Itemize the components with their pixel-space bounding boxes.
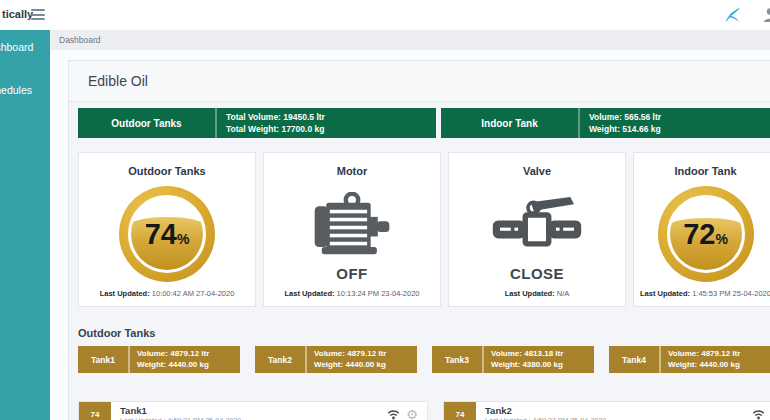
motor-status: OFF — [336, 265, 368, 282]
tank-bars-row: Tank1 Volume: 4879.12 ltr Weight: 4440.0… — [78, 346, 770, 373]
tank-volume: Volume: 4879.12 ltr — [314, 349, 417, 360]
gauge-percent: 72 — [683, 218, 715, 251]
last-updated: Last Updated: 10:13:24 PM 23-04-2020 — [264, 289, 440, 298]
device-last-updated: Last Updated : 4:59:27 PM 25-04-2020 — [485, 416, 752, 420]
tank-bar-tank3: Tank3 Volume: 4813.18 ltr Weight: 4380.0… — [432, 346, 594, 373]
summary-indoor-tank: Indoor Tank Volume: 565.56 ltr Weight: 5… — [441, 108, 770, 138]
sidebar-item-schedules[interactable]: Schedules — [0, 83, 50, 97]
last-updated: Last Updated: 1:45:53 PM 25-04-2020 — [634, 289, 770, 298]
summary-label: Indoor Tank — [441, 108, 580, 138]
tank-bar-tank2: Tank2 Volume: 4879.12 ltr Weight: 4440.0… — [255, 346, 417, 373]
tank-weight: Weight: 4440.00 kg — [668, 360, 770, 371]
device-name: Tank1 — [120, 405, 387, 416]
edible-oil-panel: Edible Oil Outdoor Tanks Total Volume: 1… — [68, 60, 770, 420]
device-last-updated: Last Updated : 4:59:31 PM 25-04-2020 — [120, 416, 387, 420]
tank-weight: Weight: 4440.00 kg — [314, 360, 417, 371]
gauge-percent-sign: % — [177, 231, 189, 247]
card-motor: Motor — [263, 152, 441, 307]
device-rows: 74 Tank1 Last Updated : 4:59:31 PM 25-04… — [78, 401, 770, 420]
app-logo-text: tically — [2, 8, 33, 20]
tank-name: Tank1 — [78, 346, 130, 373]
tank-weight: Weight: 4440.00 kg — [137, 360, 240, 371]
tank-name: Tank2 — [255, 346, 307, 373]
gauge-percent: 74 — [145, 218, 177, 251]
tank-bar-tank4: Tank4 Volume: 4879.12 ltr Weight: 4440.0… — [609, 346, 770, 373]
sidebar-item-dashboard[interactable]: Dashboard — [0, 40, 50, 54]
card-indoor-tank: Indoor Tank 72 % Last Updated: 1:45:53 P… — [633, 152, 770, 307]
summary-weight: Total Weight: 17700.0 kg — [226, 123, 436, 135]
card-title: Motor — [337, 165, 368, 177]
wifi-signal-icon — [752, 409, 765, 420]
summary-label: Outdoor Tanks — [78, 108, 217, 138]
valve-status: CLOSE — [510, 265, 564, 282]
tank-volume: Volume: 4879.12 ltr — [668, 349, 770, 360]
brand-propeller-logo-icon — [723, 5, 743, 25]
summary-volume: Total Volume: 19450.5 ltr — [226, 111, 436, 123]
last-updated: Last Updated: N/A — [449, 289, 625, 298]
tank-weight: Weight: 4380.00 kg — [491, 360, 594, 371]
tank-name: Tank3 — [432, 346, 484, 373]
tank-name: Tank4 — [609, 346, 661, 373]
device-row-tank1[interactable]: 74 Tank1 Last Updated : 4:59:31 PM 25-04… — [78, 401, 428, 420]
last-updated: Last Updated: 10:00:42 AM 27-04-2020 — [79, 289, 255, 298]
tank-volume: Volume: 4813.18 ltr — [491, 349, 594, 360]
user-profile-icon[interactable] — [763, 7, 770, 23]
gear-icon[interactable]: ⚙ — [406, 408, 418, 420]
wifi-signal-icon — [387, 409, 400, 420]
card-title: Outdoor Tanks — [128, 165, 205, 177]
summary-bars: Outdoor Tanks Total Volume: 19450.5 ltr … — [78, 108, 770, 138]
hamburger-menu-icon[interactable] — [31, 9, 45, 20]
breadcrumb[interactable]: Dashboard — [50, 30, 770, 50]
motor-icon — [311, 187, 393, 261]
gauge-percent-sign: % — [715, 231, 727, 247]
section-title-outdoor-tanks: Outdoor Tanks — [78, 327, 770, 339]
tank-bar-tank1: Tank1 Volume: 4879.12 ltr Weight: 4440.0… — [78, 346, 240, 373]
tank-level-gauge: 74 % — [119, 186, 215, 282]
valve-icon — [491, 187, 583, 261]
sidebar-nav: Dashboard Schedules — [0, 30, 50, 420]
device-row-tank2[interactable]: 74 Tank2 Last Updated : 4:59:27 PM 25-04… — [443, 401, 770, 420]
card-valve: Valve — [448, 152, 626, 307]
summary-weight: Weight: 514.66 kg — [589, 123, 770, 135]
tank-level-gauge: 72 % — [658, 186, 754, 282]
main-content: Edible Oil Outdoor Tanks Total Volume: 1… — [50, 50, 770, 420]
device-level-badge: 74 — [79, 402, 111, 420]
card-title: Valve — [523, 165, 551, 177]
summary-volume: Volume: 565.56 ltr — [589, 111, 770, 123]
device-level-badge: 74 — [444, 402, 476, 420]
page-title: Edible Oil — [69, 61, 770, 102]
tank-volume: Volume: 4879.12 ltr — [137, 349, 240, 360]
status-cards-row: Outdoor Tanks 74 % Last Updated: 10:00:4… — [78, 152, 770, 307]
card-outdoor-tanks: Outdoor Tanks 74 % Last Updated: 10:00:4… — [78, 152, 256, 307]
device-name: Tank2 — [485, 405, 752, 416]
card-title: Indoor Tank — [674, 165, 736, 177]
top-header-bar: tically — [0, 0, 770, 30]
summary-outdoor-tanks: Outdoor Tanks Total Volume: 19450.5 ltr … — [78, 108, 436, 138]
